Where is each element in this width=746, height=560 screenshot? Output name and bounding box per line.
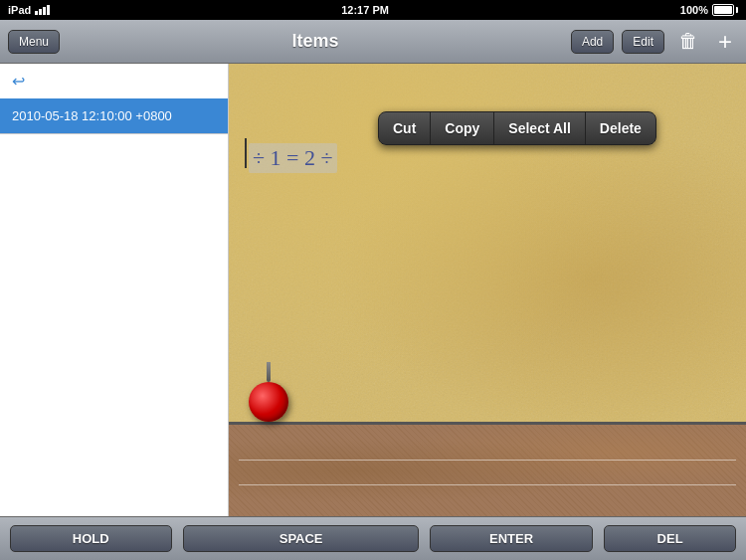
sidebar-back-icon: ↩ <box>0 64 228 98</box>
del-button[interactable]: DEL <box>604 525 737 552</box>
nav-right: Add Edit 🗑 + <box>571 26 738 58</box>
time-label: 12:17 PM <box>341 4 389 16</box>
content-area: ÷ 1 = 2 ÷ Cut Copy Select All Delete <box>229 64 746 516</box>
item-date: 2010-05-18 12:10:00 +0800 <box>12 108 172 123</box>
battery-percent: 100% <box>680 4 708 16</box>
carrier-label: iPad <box>8 4 31 16</box>
cork-line-2 <box>239 484 736 485</box>
battery-icon <box>712 4 738 16</box>
status-left: iPad <box>8 4 50 16</box>
list-item[interactable]: 2010-05-18 12:10:00 +0800 <box>0 98 228 134</box>
cut-button[interactable]: Cut <box>379 112 431 144</box>
copy-button[interactable]: Copy <box>431 112 494 144</box>
sidebar: ↩ 2010-05-18 12:10:00 +0800 <box>0 64 229 516</box>
status-bar: iPad 12:17 PM 100% <box>0 0 746 20</box>
text-cursor <box>245 138 247 168</box>
handwritten-text[interactable]: ÷ 1 = 2 ÷ <box>249 143 337 173</box>
menu-button[interactable]: Menu <box>8 30 60 54</box>
delete-button[interactable]: Delete <box>586 112 655 144</box>
cork-line-1 <box>239 460 736 461</box>
pushpin <box>249 362 288 422</box>
cork-area <box>229 422 746 516</box>
add-button[interactable]: Add <box>571 30 614 54</box>
keyboard-bar: HOLD SPACE ENTER DEL <box>0 516 746 560</box>
main-content: ↩ 2010-05-18 12:10:00 +0800 ÷ 1 = 2 ÷ Cu… <box>0 64 746 516</box>
nav-bar: Menu Items Add Edit 🗑 + <box>0 20 746 64</box>
trash-button[interactable]: 🗑 <box>672 28 704 55</box>
pin-head <box>249 382 288 422</box>
add-icon-button[interactable]: + <box>712 26 738 58</box>
pin-needle <box>267 362 271 382</box>
context-menu: Cut Copy Select All Delete <box>378 111 656 145</box>
nav-left: Menu <box>8 30 60 54</box>
select-all-button[interactable]: Select All <box>494 112 586 144</box>
wifi-icon <box>35 5 50 15</box>
status-right: 100% <box>680 4 738 16</box>
enter-button[interactable]: ENTER <box>430 525 592 552</box>
edit-button[interactable]: Edit <box>622 30 664 54</box>
page-title: Items <box>291 31 338 52</box>
hold-button[interactable]: HOLD <box>10 525 172 552</box>
space-button[interactable]: SPACE <box>183 525 419 552</box>
paper-area[interactable]: ÷ 1 = 2 ÷ Cut Copy Select All Delete <box>229 64 746 422</box>
